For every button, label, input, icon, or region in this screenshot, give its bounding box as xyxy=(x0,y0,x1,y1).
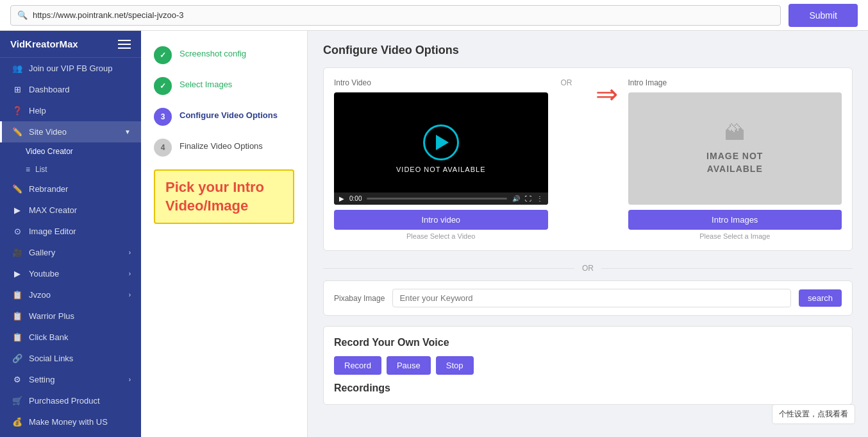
play-triangle-icon xyxy=(436,135,449,150)
hamburger-icon[interactable] xyxy=(118,40,131,49)
submit-button[interactable]: Submit xyxy=(789,4,858,27)
sidebar-item-label: Dashboard xyxy=(29,85,70,94)
highlight-text: Pick your Intro Video/Image xyxy=(165,178,283,215)
gallery-icon: 🎥 xyxy=(12,248,22,257)
sidebar-item-setting[interactable]: ⚙ Setting › xyxy=(0,369,141,390)
record-button[interactable]: Record xyxy=(334,356,381,375)
max-creator-icon: ▶ xyxy=(12,205,22,215)
sidebar-item-label: Click Bank xyxy=(29,332,68,342)
chevron-right-icon: › xyxy=(129,376,131,383)
click-bank-icon: 📋 xyxy=(12,332,22,342)
intro-video-button[interactable]: Intro video xyxy=(334,210,548,230)
url-input[interactable] xyxy=(33,10,774,20)
highlight-box: Pick your Intro Video/Image xyxy=(154,169,294,224)
chevron-right-icon: › xyxy=(129,270,131,277)
step-1-circle: ✓ xyxy=(154,46,172,64)
pixabay-row: Pixabay Image search xyxy=(323,280,853,316)
step-3-circle: 3 xyxy=(154,108,172,126)
image-not-available-text: IMAGE NOT AVAILABLE xyxy=(706,150,763,175)
sidebar-item-label: Help xyxy=(29,106,46,116)
recordings-label: Recordings xyxy=(334,382,842,394)
sidebar-item-help[interactable]: ❓ Help xyxy=(0,100,141,121)
or-text: OR xyxy=(582,264,594,273)
sidebar-item-social-links[interactable]: 🔗 Social Links xyxy=(0,348,141,369)
sidebar-item-make-money[interactable]: 💰 Make Money with US xyxy=(0,411,141,433)
sidebar-item-label: Image Editor xyxy=(29,227,76,236)
stop-button[interactable]: Stop xyxy=(436,356,474,375)
intro-image-section: Intro Image 🏔 IMAGE NOT AVAILABLE Intro … xyxy=(628,78,842,240)
intro-video-section: Intro Video VIDEO NOT AVAILABLE ▶ 0:00 🔊… xyxy=(334,78,548,240)
chevron-right-icon: › xyxy=(129,249,131,256)
chevron-down-icon: ▼ xyxy=(124,128,131,135)
sidebar-item-dashboard[interactable]: ⊞ Dashboard xyxy=(0,79,141,100)
sidebar-item-label: Purchased Product xyxy=(29,396,100,406)
sidebar-item-label: MAX Creator xyxy=(29,205,77,215)
step-2: ✓ Select Images xyxy=(154,77,294,95)
sidebar-item-max-creator[interactable]: ▶ MAX Creator xyxy=(0,200,141,221)
or-row: OR xyxy=(323,264,853,273)
sidebar-item-purchased-product[interactable]: 🛒 Purchased Product xyxy=(0,390,141,411)
video-time: 0:00 xyxy=(349,195,362,202)
voice-buttons: Record Pause Stop xyxy=(334,356,842,375)
list-icon: ≡ xyxy=(26,165,30,174)
search-icon: 🔍 xyxy=(17,10,28,20)
steps-panel: ✓ Screenshot config ✓ Select Images 3 Co… xyxy=(141,31,308,437)
sidebar-item-image-editor[interactable]: ⊙ Image Editor xyxy=(0,221,141,242)
sidebar-item-label: Join our VIP FB Group xyxy=(29,64,113,73)
sidebar-item-label: Make Money with US xyxy=(29,417,108,427)
pixabay-label: Pixabay Image xyxy=(334,294,385,303)
sidebar-item-youtube[interactable]: ▶ Youtube › xyxy=(0,263,141,284)
dashboard-icon: ⊞ xyxy=(12,85,22,94)
chevron-right-icon: › xyxy=(129,291,131,298)
sidebar-item-fb-group[interactable]: 👥 Join our VIP FB Group xyxy=(0,58,141,79)
step-3-label: Configure Video Options xyxy=(179,108,278,120)
sidebar-sub-label: List xyxy=(35,165,47,174)
mountain-icon: 🏔 xyxy=(724,121,745,145)
volume-icon[interactable]: 🔊 xyxy=(512,195,520,202)
sidebar-sub-list[interactable]: ≡ List xyxy=(0,160,141,178)
video-progress-bar xyxy=(367,198,506,200)
jvzoo-icon: 📋 xyxy=(12,290,22,300)
sidebar-sub-video-creator[interactable]: Video Creator xyxy=(0,142,141,160)
section-title: Configure Video Options xyxy=(323,44,853,57)
sidebar-item-label: Rebrander xyxy=(29,184,68,194)
play-button[interactable] xyxy=(423,124,459,160)
sidebar-item-label: Site Video xyxy=(29,127,67,137)
voice-title: Record Your Own Voice xyxy=(334,337,842,348)
step-4: 4 Finalize Video Options xyxy=(154,139,294,157)
sidebar-item-jvzoo[interactable]: 📋 Jvzoo › xyxy=(0,284,141,305)
setting-icon: ⚙ xyxy=(12,375,22,384)
settings-ctrl-icon[interactable]: ⋮ xyxy=(537,195,543,202)
sidebar-item-site-video[interactable]: ✏️ Site Video ▼ xyxy=(0,121,141,142)
sidebar-item-label: Setting xyxy=(29,375,54,384)
video-not-available-text: VIDEO NOT AVAILABLE xyxy=(396,166,485,173)
image-editor-icon: ⊙ xyxy=(12,227,22,236)
step-2-circle: ✓ xyxy=(154,77,172,95)
play-ctrl-icon[interactable]: ▶ xyxy=(339,195,344,202)
sidebar-item-rebrander[interactable]: ✏️ Rebrander xyxy=(0,178,141,200)
fullscreen-icon[interactable]: ⛶ xyxy=(525,195,531,202)
pause-button[interactable]: Pause xyxy=(387,356,431,375)
intro-video-hint: Please Select a Video xyxy=(334,232,548,240)
video-player[interactable]: VIDEO NOT AVAILABLE ▶ 0:00 🔊 ⛶ ⋮ xyxy=(334,92,548,205)
warrior-plus-icon: 📋 xyxy=(12,311,22,321)
help-icon: ❓ xyxy=(12,106,22,116)
youtube-icon: ▶ xyxy=(12,269,22,278)
step-1: ✓ Screenshot config xyxy=(154,46,294,64)
top-bar: 🔍 Submit xyxy=(0,0,868,31)
cn-tooltip[interactable]: 个性设置，点我看看 xyxy=(772,404,855,424)
step-2-label: Select Images xyxy=(179,77,232,89)
sidebar-item-label: Jvzoo xyxy=(29,290,51,300)
rebrander-icon: ✏️ xyxy=(12,184,22,194)
right-arrow-icon: ⇒ xyxy=(596,78,618,110)
sidebar-item-label: Youtube xyxy=(29,269,59,278)
sidebar-item-click-bank[interactable]: 📋 Click Bank xyxy=(0,327,141,348)
search-button[interactable]: search xyxy=(799,289,842,307)
layout: VidKreatorMax 👥 Join our VIP FB Group ⊞ … xyxy=(0,31,868,437)
sidebar: VidKreatorMax 👥 Join our VIP FB Group ⊞ … xyxy=(0,31,141,437)
sidebar-item-warrior-plus[interactable]: 📋 Warrior Plus xyxy=(0,305,141,327)
pixabay-input[interactable] xyxy=(392,289,791,307)
intro-images-button[interactable]: Intro Images xyxy=(628,210,842,230)
sidebar-item-gallery[interactable]: 🎥 Gallery › xyxy=(0,242,141,263)
or-label: OR xyxy=(561,78,572,87)
